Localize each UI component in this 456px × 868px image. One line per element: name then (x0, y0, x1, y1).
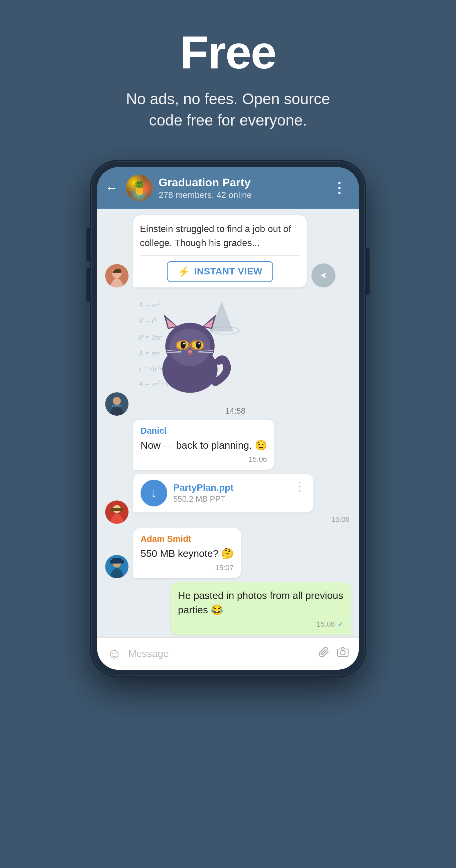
file-bubble-footer: 15:06 (133, 515, 351, 524)
camera-button[interactable] (337, 646, 349, 661)
sent-text: He pasted in photos from all previous pa… (178, 588, 343, 617)
file-message-row: ↓ PartyPlan.ppt 550.2 MB PPT ⋮ 15:06 (105, 474, 351, 524)
attachment-button[interactable] (318, 646, 330, 661)
back-button[interactable]: ← (105, 182, 118, 194)
svg-point-21 (188, 350, 192, 353)
user-avatar-hoodie (105, 392, 128, 416)
chat-body: Einstein struggled to find a job out of … (97, 209, 359, 634)
sent-message-row: He pasted in photos from all previous pa… (105, 582, 351, 634)
svg-point-11 (170, 329, 210, 366)
hero-title: Free (20, 27, 436, 78)
iv-button-row: ⚡ INSTANT VIEW (140, 255, 300, 287)
svg-rect-28 (111, 508, 123, 511)
svg-point-15 (196, 341, 201, 348)
group-avatar: 🍍 (126, 175, 153, 201)
sticker-message-row: A = πr² V = l³ P = 2πr A = πr² s = √(r²+… (105, 291, 351, 416)
svg-line-23 (166, 352, 182, 353)
file-name: PartyPlan.ppt (173, 483, 288, 493)
sent-bubble-footer: 15:08 ✓ (178, 620, 343, 629)
iv-button-label: INSTANT VIEW (194, 266, 263, 277)
file-info: PartyPlan.ppt 550.2 MB PPT (173, 483, 288, 504)
header-menu-button[interactable]: ⋮ (330, 180, 349, 196)
adam-message-row: Adam Smidt 550 MB keynote? 🤔 15:07 (105, 528, 351, 578)
instant-view-button[interactable]: ⚡ INSTANT VIEW (167, 261, 273, 282)
emoji-button[interactable]: ☺ (107, 646, 122, 662)
lightning-icon: ⚡ (178, 266, 190, 277)
phone-frame: ← 🍍 Graduation Party 278 members, 42 onl… (91, 161, 365, 676)
group-name: Graduation Party (158, 176, 324, 189)
user-avatar-hat (105, 555, 128, 578)
svg-line-25 (198, 352, 213, 353)
user-avatar-woman (105, 264, 128, 287)
svg-point-14 (181, 341, 186, 348)
file-download-button[interactable]: ↓ (141, 480, 167, 506)
phone-wrapper: ← 🍍 Graduation Party 278 members, 42 onl… (91, 161, 365, 676)
iv-text: Einstein struggled to find a job out of … (140, 222, 300, 255)
hero-subtitle: No ads, no fees. Open sourcecode free fo… (20, 88, 436, 131)
daniel-time: 15:06 (249, 455, 267, 464)
group-meta: 278 members, 42 online (158, 190, 324, 200)
svg-rect-4 (112, 405, 122, 407)
daniel-text: Now — back to planning. 😉 (141, 438, 267, 453)
instant-view-bubble: Einstein struggled to find a job out of … (133, 215, 307, 287)
sent-bubble: He pasted in photos from all previous pa… (171, 582, 351, 634)
daniel-bubble: Daniel Now — back to planning. 😉 15:06 (133, 420, 274, 470)
sent-check: ✓ (337, 620, 343, 629)
file-time: 15:06 (331, 515, 349, 524)
daniel-bubble-footer: 15:06 (141, 455, 267, 464)
chat-header: ← 🍍 Graduation Party 278 members, 42 onl… (97, 167, 359, 209)
adam-text: 550 MB keynote? 🤔 (141, 546, 234, 561)
file-bubble: ↓ PartyPlan.ppt 550.2 MB PPT ⋮ (133, 474, 313, 513)
file-menu-button[interactable]: ⋮ (294, 480, 306, 494)
sticker-time: 14:58 (225, 406, 247, 416)
group-avatar-image: 🍍 (126, 175, 153, 201)
share-button[interactable] (311, 264, 335, 287)
svg-rect-32 (112, 558, 122, 561)
svg-point-34 (340, 650, 345, 655)
sticker-area: A = πr² V = l³ P = 2πr A = πr² s = √(r²+… (133, 291, 247, 416)
cat-sticker-svg (143, 302, 237, 395)
adam-bubble-footer: 15:07 (141, 563, 234, 572)
instant-view-message-row: Einstein struggled to find a job out of … (105, 215, 351, 287)
svg-point-16 (183, 343, 185, 344)
sticker-visual: A = πr² V = l³ P = 2πr A = πr² s = √(r²+… (133, 291, 247, 405)
chat-info: Graduation Party 278 members, 42 online (158, 176, 324, 200)
phone-screen: ← 🍍 Graduation Party 278 members, 42 onl… (97, 167, 359, 670)
daniel-message-row: Daniel Now — back to planning. 😉 15:06 (105, 420, 351, 470)
user-avatar-glasses (105, 500, 128, 524)
svg-point-17 (198, 343, 200, 344)
hero-section: Free No ads, no fees. Open sourcecode fr… (0, 0, 456, 151)
adam-time: 15:07 (215, 563, 234, 572)
input-bar: ☺ Message (97, 637, 359, 670)
file-size: 550.2 MB PPT (173, 494, 288, 504)
adam-sender: Adam Smidt (141, 534, 234, 544)
svg-point-3 (113, 397, 121, 405)
sent-time: 15:08 (316, 620, 335, 629)
daniel-sender: Daniel (141, 426, 267, 436)
adam-bubble: Adam Smidt 550 MB keynote? 🤔 15:07 (133, 528, 241, 578)
message-input[interactable]: Message (128, 648, 311, 659)
